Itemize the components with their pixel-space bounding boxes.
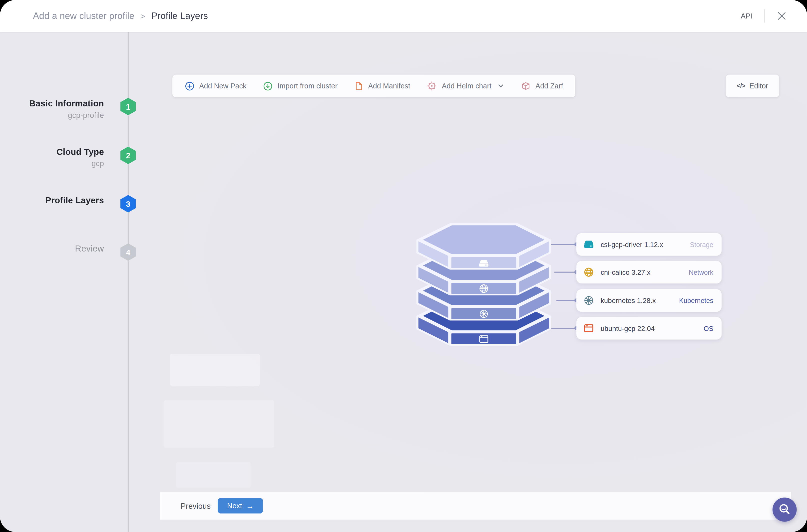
step-title: Cloud Type	[0, 147, 104, 157]
step-number: 2	[126, 151, 130, 160]
sidebar-step-profile-layers[interactable]: Profile Layers	[0, 195, 104, 206]
toolbar-label: Add Manifest	[368, 82, 410, 90]
add-new-pack-button[interactable]: Add New Pack	[185, 81, 247, 91]
step-2-hexagon[interactable]: 2	[120, 147, 136, 164]
toolbar-label: Import from cluster	[278, 82, 338, 90]
next-button[interactable]: Next →	[218, 498, 263, 514]
editor-label: Editor	[749, 82, 768, 90]
connector-storage	[551, 244, 576, 245]
footer-bar: Previous Next →	[160, 492, 791, 519]
step-1-hexagon[interactable]: 1	[120, 98, 136, 115]
pack-card-network[interactable]: cni-calico 3.27.x Network	[576, 261, 721, 284]
close-icon[interactable]	[776, 10, 787, 21]
app-header: Add a new cluster profile > Profile Laye…	[0, 0, 807, 32]
os-window-icon	[583, 323, 594, 334]
stage: Add a new cluster profile > Profile Laye…	[0, 0, 807, 532]
sidebar-step-basic-information[interactable]: Basic Information gcp-profile	[0, 99, 104, 119]
manifest-file-icon	[354, 81, 363, 91]
pack-card-kubernetes[interactable]: kubernetes 1.28.x Kubernetes	[576, 289, 721, 312]
step-number: 3	[126, 199, 130, 208]
connector-network	[555, 272, 577, 273]
background-pattern	[170, 354, 260, 386]
zarf-package-icon	[521, 81, 531, 91]
editor-button[interactable]: </> Editor	[726, 75, 779, 97]
kubernetes-wheel-icon	[480, 310, 487, 318]
pack-type-badge: Network	[689, 268, 713, 276]
chevron-down-icon	[497, 82, 504, 90]
step-title: Review	[0, 244, 104, 254]
code-icon: </>	[737, 82, 745, 90]
globe-icon	[583, 266, 594, 278]
breadcrumb-parent-link[interactable]: Add a new cluster profile	[33, 11, 134, 21]
toolbar-label: Add Helm chart	[442, 82, 491, 90]
next-label: Next	[227, 501, 242, 510]
step-subtitle: gcp	[0, 159, 104, 168]
import-from-cluster-button[interactable]: Import from cluster	[263, 81, 338, 91]
kubernetes-wheel-icon	[583, 295, 594, 306]
pack-type-badge: Storage	[690, 241, 713, 248]
arrow-right-icon: →	[246, 502, 254, 510]
search-fab-button[interactable]	[772, 497, 797, 522]
step-subtitle: gcp-profile	[0, 111, 104, 119]
api-button[interactable]: API	[741, 12, 753, 20]
pack-name: kubernetes 1.28.x	[601, 297, 673, 304]
step-number: 1	[126, 102, 130, 111]
step-3-hexagon[interactable]: 3	[120, 195, 136, 212]
download-circle-icon	[263, 81, 273, 91]
header-divider	[764, 9, 765, 23]
pack-name: cni-calico 3.27.x	[601, 268, 682, 276]
toolbar-label: Add New Pack	[199, 82, 246, 90]
pack-type-badge: OS	[703, 324, 713, 332]
step-title: Profile Layers	[0, 195, 104, 206]
helm-wheel-icon	[427, 81, 437, 91]
pack-card-storage[interactable]: csi-gcp-driver 1.12.x Storage	[576, 233, 721, 256]
profile-layer-stack	[416, 223, 552, 351]
storage-layer-slab[interactable]	[416, 223, 551, 269]
pack-type-badge: Kubernetes	[679, 297, 713, 304]
header-actions: API	[741, 9, 788, 23]
previous-button[interactable]: Previous	[181, 501, 211, 510]
pack-card-os[interactable]: ubuntu-gcp 22.04 OS	[576, 317, 721, 340]
breadcrumb: Add a new cluster profile > Profile Laye…	[33, 11, 208, 21]
page-title: Profile Layers	[151, 11, 208, 21]
background-pattern	[176, 462, 250, 488]
search-icon	[778, 503, 792, 517]
toolbar-label: Add Zarf	[536, 82, 563, 90]
connector-kubernetes	[557, 300, 576, 301]
pack-toolbar: Add New Pack Import from cluster Add Man…	[172, 75, 576, 97]
storage-drive-icon	[583, 239, 594, 250]
app-window: Add a new cluster profile > Profile Laye…	[0, 0, 807, 532]
add-helm-chart-button[interactable]: Add Helm chart	[427, 81, 504, 91]
step-4-hexagon[interactable]: 4	[120, 243, 136, 261]
step-title: Basic Information	[0, 99, 104, 109]
steps-sidebar: Basic Information gcp-profile 1 Cloud Ty…	[0, 32, 159, 532]
breadcrumb-separator-icon: >	[140, 12, 145, 20]
add-zarf-button[interactable]: Add Zarf	[521, 81, 563, 91]
sidebar-step-review[interactable]: Review	[0, 244, 104, 254]
sidebar-step-cloud-type[interactable]: Cloud Type gcp	[0, 147, 104, 168]
add-manifest-button[interactable]: Add Manifest	[354, 81, 410, 91]
pack-name: ubuntu-gcp 22.04	[601, 324, 698, 332]
plus-circle-icon	[185, 81, 195, 91]
step-number: 4	[126, 248, 130, 256]
background-pattern	[164, 400, 274, 448]
pack-name: csi-gcp-driver 1.12.x	[601, 241, 684, 248]
